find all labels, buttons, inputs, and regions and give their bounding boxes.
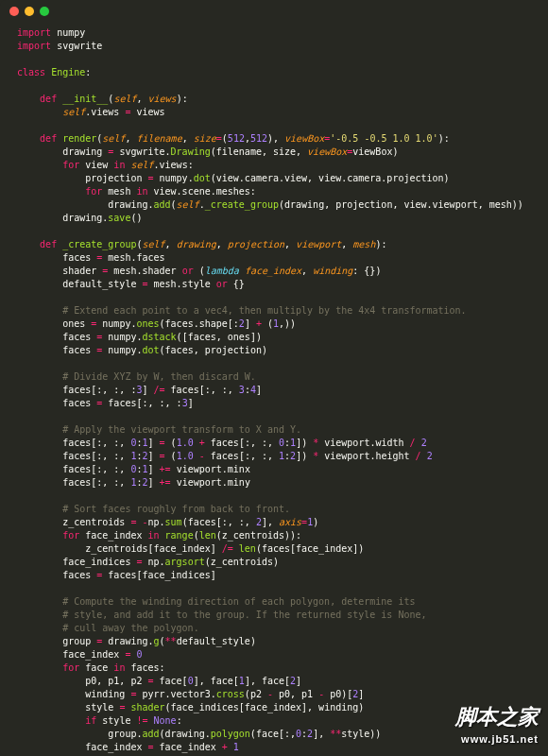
minimize-icon[interactable]: [25, 7, 34, 16]
window-titlebar: [0, 0, 548, 23]
close-icon[interactable]: [9, 7, 19, 16]
code-window: import numpy import svgwrite class Engin…: [0, 0, 548, 756]
maximize-icon[interactable]: [40, 7, 49, 16]
code-content: import numpy import svgwrite class Engin…: [0, 23, 548, 756]
